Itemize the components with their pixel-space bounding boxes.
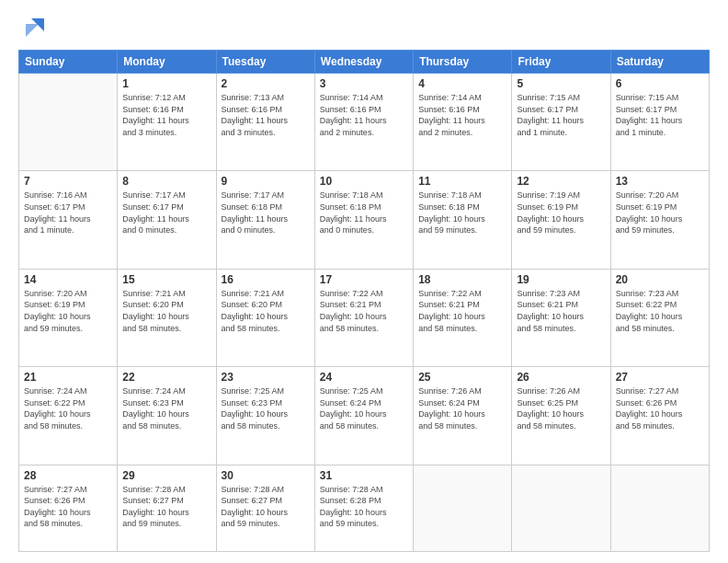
calendar-cell: 25Sunrise: 7:26 AM Sunset: 6:24 PM Dayli… [414, 367, 512, 465]
calendar-table: SundayMondayTuesdayWednesdayThursdayFrid… [18, 50, 710, 552]
day-info: Sunrise: 7:26 AM Sunset: 6:25 PM Dayligh… [517, 385, 605, 431]
day-info: Sunrise: 7:23 AM Sunset: 6:21 PM Dayligh… [517, 288, 605, 334]
calendar-cell [414, 465, 512, 551]
day-info: Sunrise: 7:28 AM Sunset: 6:28 PM Dayligh… [320, 484, 408, 530]
day-info: Sunrise: 7:22 AM Sunset: 6:21 PM Dayligh… [418, 288, 506, 334]
calendar-cell [512, 465, 610, 551]
calendar-cell: 6Sunrise: 7:15 AM Sunset: 6:17 PM Daylig… [610, 74, 709, 171]
day-info: Sunrise: 7:14 AM Sunset: 6:16 PM Dayligh… [418, 92, 506, 138]
day-info: Sunrise: 7:17 AM Sunset: 6:17 PM Dayligh… [122, 190, 210, 236]
day-number: 21 [24, 371, 112, 384]
calendar-cell: 5Sunrise: 7:15 AM Sunset: 6:17 PM Daylig… [512, 74, 610, 171]
calendar-cell: 21Sunrise: 7:24 AM Sunset: 6:22 PM Dayli… [19, 367, 118, 465]
day-info: Sunrise: 7:25 AM Sunset: 6:24 PM Dayligh… [320, 385, 408, 431]
day-number: 5 [517, 77, 605, 90]
calendar-cell: 18Sunrise: 7:22 AM Sunset: 6:21 PM Dayli… [414, 269, 512, 366]
day-info: Sunrise: 7:20 AM Sunset: 6:19 PM Dayligh… [24, 288, 112, 334]
calendar-cell: 26Sunrise: 7:26 AM Sunset: 6:25 PM Dayli… [512, 367, 610, 465]
calendar-cell: 24Sunrise: 7:25 AM Sunset: 6:24 PM Dayli… [314, 367, 413, 465]
logo-icon [22, 15, 48, 40]
day-info: Sunrise: 7:26 AM Sunset: 6:24 PM Dayligh… [418, 385, 506, 431]
day-info: Sunrise: 7:23 AM Sunset: 6:22 PM Dayligh… [616, 288, 704, 334]
calendar-cell: 15Sunrise: 7:21 AM Sunset: 6:20 PM Dayli… [118, 269, 216, 366]
calendar-cell: 29Sunrise: 7:28 AM Sunset: 6:27 PM Dayli… [118, 465, 216, 551]
calendar-cell: 4Sunrise: 7:14 AM Sunset: 6:16 PM Daylig… [414, 74, 512, 171]
day-number: 10 [320, 175, 408, 188]
calendar-cell: 13Sunrise: 7:20 AM Sunset: 6:19 PM Dayli… [610, 171, 709, 269]
calendar-cell: 7Sunrise: 7:16 AM Sunset: 6:17 PM Daylig… [19, 171, 118, 269]
day-info: Sunrise: 7:27 AM Sunset: 6:26 PM Dayligh… [24, 484, 112, 530]
day-number: 4 [418, 77, 506, 90]
svg-marker-1 [26, 24, 39, 37]
calendar-cell: 10Sunrise: 7:18 AM Sunset: 6:18 PM Dayli… [314, 171, 413, 269]
day-number: 19 [517, 273, 605, 286]
day-info: Sunrise: 7:15 AM Sunset: 6:17 PM Dayligh… [517, 92, 605, 138]
day-info: Sunrise: 7:25 AM Sunset: 6:23 PM Dayligh… [222, 385, 310, 431]
day-number: 30 [222, 469, 310, 482]
calendar-cell: 14Sunrise: 7:20 AM Sunset: 6:19 PM Dayli… [19, 269, 118, 366]
calendar-cell: 23Sunrise: 7:25 AM Sunset: 6:23 PM Dayli… [216, 367, 314, 465]
day-number: 26 [517, 371, 605, 384]
calendar-cell: 31Sunrise: 7:28 AM Sunset: 6:28 PM Dayli… [314, 465, 413, 551]
calendar-cell: 19Sunrise: 7:23 AM Sunset: 6:21 PM Dayli… [512, 269, 610, 366]
col-header-monday: Monday [118, 51, 216, 74]
day-info: Sunrise: 7:28 AM Sunset: 6:27 PM Dayligh… [122, 484, 210, 530]
header [18, 15, 710, 40]
calendar-cell: 8Sunrise: 7:17 AM Sunset: 6:17 PM Daylig… [118, 171, 216, 269]
day-info: Sunrise: 7:16 AM Sunset: 6:17 PM Dayligh… [24, 190, 112, 236]
calendar-cell: 20Sunrise: 7:23 AM Sunset: 6:22 PM Dayli… [610, 269, 709, 366]
calendar-cell: 2Sunrise: 7:13 AM Sunset: 6:16 PM Daylig… [216, 74, 314, 171]
calendar-cell: 28Sunrise: 7:27 AM Sunset: 6:26 PM Dayli… [19, 465, 118, 551]
calendar-cell [610, 465, 709, 551]
day-number: 16 [222, 273, 310, 286]
day-number: 22 [122, 371, 210, 384]
calendar-cell: 12Sunrise: 7:19 AM Sunset: 6:19 PM Dayli… [512, 171, 610, 269]
day-number: 15 [122, 273, 210, 286]
day-info: Sunrise: 7:21 AM Sunset: 6:20 PM Dayligh… [222, 288, 310, 334]
day-info: Sunrise: 7:15 AM Sunset: 6:17 PM Dayligh… [616, 92, 704, 138]
logo [18, 15, 48, 40]
col-header-thursday: Thursday [414, 51, 512, 74]
calendar-cell [19, 74, 118, 171]
day-number: 17 [320, 273, 408, 286]
day-info: Sunrise: 7:13 AM Sunset: 6:16 PM Dayligh… [222, 92, 310, 138]
day-info: Sunrise: 7:22 AM Sunset: 6:21 PM Dayligh… [320, 288, 408, 334]
day-number: 24 [320, 371, 408, 384]
calendar-cell: 16Sunrise: 7:21 AM Sunset: 6:20 PM Dayli… [216, 269, 314, 366]
day-info: Sunrise: 7:14 AM Sunset: 6:16 PM Dayligh… [320, 92, 408, 138]
day-number: 27 [616, 371, 704, 384]
calendar-cell: 17Sunrise: 7:22 AM Sunset: 6:21 PM Dayli… [314, 269, 413, 366]
day-info: Sunrise: 7:20 AM Sunset: 6:19 PM Dayligh… [616, 190, 704, 236]
col-header-sunday: Sunday [19, 51, 118, 74]
day-info: Sunrise: 7:27 AM Sunset: 6:26 PM Dayligh… [616, 385, 704, 431]
day-number: 8 [122, 175, 210, 188]
day-number: 14 [24, 273, 112, 286]
day-info: Sunrise: 7:21 AM Sunset: 6:20 PM Dayligh… [122, 288, 210, 334]
day-info: Sunrise: 7:18 AM Sunset: 6:18 PM Dayligh… [320, 190, 408, 236]
day-info: Sunrise: 7:28 AM Sunset: 6:27 PM Dayligh… [222, 484, 310, 530]
day-info: Sunrise: 7:24 AM Sunset: 6:23 PM Dayligh… [122, 385, 210, 431]
calendar-cell: 22Sunrise: 7:24 AM Sunset: 6:23 PM Dayli… [118, 367, 216, 465]
day-number: 6 [616, 77, 704, 90]
calendar-cell: 9Sunrise: 7:17 AM Sunset: 6:18 PM Daylig… [216, 171, 314, 269]
day-info: Sunrise: 7:19 AM Sunset: 6:19 PM Dayligh… [517, 190, 605, 236]
day-number: 3 [320, 77, 408, 90]
day-number: 20 [616, 273, 704, 286]
day-number: 25 [418, 371, 506, 384]
calendar-cell: 1Sunrise: 7:12 AM Sunset: 6:16 PM Daylig… [118, 74, 216, 171]
day-number: 13 [616, 175, 704, 188]
day-info: Sunrise: 7:24 AM Sunset: 6:22 PM Dayligh… [24, 385, 112, 431]
page: SundayMondayTuesdayWednesdayThursdayFrid… [0, 0, 728, 563]
day-number: 23 [222, 371, 310, 384]
col-header-wednesday: Wednesday [314, 51, 413, 74]
day-number: 2 [222, 77, 310, 90]
col-header-tuesday: Tuesday [216, 51, 314, 74]
day-info: Sunrise: 7:17 AM Sunset: 6:18 PM Dayligh… [222, 190, 310, 236]
day-number: 29 [122, 469, 210, 482]
calendar-cell: 3Sunrise: 7:14 AM Sunset: 6:16 PM Daylig… [314, 74, 413, 171]
day-number: 11 [418, 175, 506, 188]
day-number: 9 [222, 175, 310, 188]
day-number: 1 [122, 77, 210, 90]
col-header-friday: Friday [512, 51, 610, 74]
calendar-cell: 11Sunrise: 7:18 AM Sunset: 6:18 PM Dayli… [414, 171, 512, 269]
